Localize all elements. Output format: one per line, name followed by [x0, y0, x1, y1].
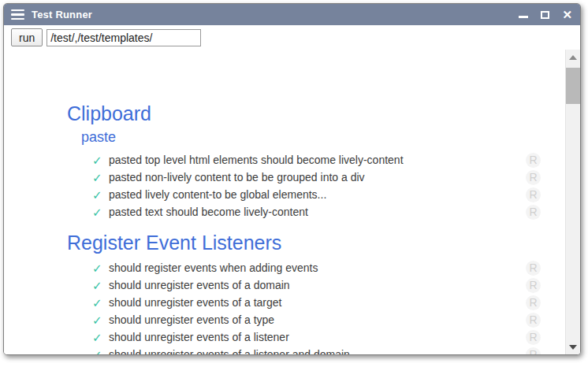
- section-title: Clipboard: [4, 102, 580, 126]
- check-icon: ✓: [92, 349, 109, 355]
- title-bar: Test Runner ✕: [4, 4, 580, 25]
- scroll-down-icon[interactable]: [566, 341, 580, 354]
- test-row: ✓pasted lively content-to be global elem…: [4, 186, 580, 203]
- test-label: should unregister events of a domain: [109, 279, 526, 291]
- check-icon: ✓: [92, 332, 109, 343]
- rerun-button[interactable]: R: [526, 170, 541, 185]
- rerun-button[interactable]: R: [526, 347, 541, 355]
- test-label: should unregister events of a type: [109, 313, 526, 326]
- test-row: ✓should unregister events of a domainR: [4, 276, 580, 294]
- rerun-button[interactable]: R: [526, 205, 541, 220]
- test-label: pasted top level html elements should be…: [109, 154, 526, 166]
- check-icon: ✓: [92, 189, 109, 201]
- test-row: ✓pasted text should become lively-conten…: [4, 203, 580, 221]
- check-icon: ✓: [92, 154, 109, 166]
- scroll-up-icon[interactable]: [566, 50, 580, 63]
- test-label: pasted lively content-to be global eleme…: [109, 188, 526, 201]
- test-row: ✓should unregister events of a typeR: [4, 311, 580, 328]
- section-subtitle: paste: [4, 128, 580, 147]
- test-label: pasted non-lively content to be be group…: [109, 171, 526, 184]
- check-icon: ✓: [92, 262, 109, 274]
- rerun-button[interactable]: R: [526, 153, 541, 168]
- rerun-button[interactable]: R: [526, 278, 541, 293]
- maximize-icon[interactable]: [541, 9, 549, 20]
- test-label: pasted text should become lively-content: [109, 206, 526, 218]
- run-button[interactable]: run: [11, 28, 43, 46]
- test-path-input[interactable]: [47, 29, 201, 46]
- test-label: should unregister events of a listener: [109, 331, 526, 343]
- test-row: ✓should unregister events of a listenerR: [4, 328, 580, 346]
- test-row: ✓should unregister events of a listener …: [4, 346, 580, 354]
- test-row: ✓should register events when adding even…: [4, 259, 580, 276]
- hamburger-menu-icon[interactable]: [11, 9, 24, 20]
- test-list: ✓should register events when adding even…: [4, 259, 580, 354]
- section-title: Register Event Listeners: [4, 231, 580, 255]
- check-icon: ✓: [92, 297, 109, 309]
- test-section: Register Event Listeners✓should register…: [4, 231, 580, 354]
- rerun-button[interactable]: R: [526, 295, 541, 310]
- test-list: ✓pasted top level html elements should b…: [4, 151, 580, 221]
- check-icon: ✓: [92, 280, 109, 291]
- window-title: Test Runner: [32, 9, 92, 20]
- rerun-button[interactable]: R: [526, 187, 541, 202]
- check-icon: ✓: [92, 314, 109, 326]
- check-icon: ✓: [92, 172, 109, 184]
- toolbar: run: [4, 25, 580, 50]
- window-controls: ✕: [519, 9, 572, 20]
- test-row: ✓should unregister events of a targetR: [4, 294, 580, 311]
- test-row: ✓pasted top level html elements should b…: [4, 151, 580, 169]
- test-row: ✓pasted non-lively content to be be grou…: [4, 169, 580, 186]
- test-label: should register events when adding event…: [109, 261, 526, 274]
- scrollbar[interactable]: [565, 50, 580, 354]
- scroll-thumb[interactable]: [566, 68, 580, 104]
- content-area: Clipboardpaste✓pasted top level html ele…: [4, 50, 580, 354]
- test-label: should unregister events of a target: [109, 296, 526, 309]
- test-label: should unregister events of a listener a…: [109, 348, 526, 354]
- rerun-button[interactable]: R: [526, 330, 541, 345]
- rerun-button[interactable]: R: [526, 313, 541, 328]
- minimize-icon[interactable]: [519, 9, 528, 20]
- test-section: Clipboardpaste✓pasted top level html ele…: [4, 102, 580, 221]
- test-runner-window: Test Runner ✕ run Clipboardpaste✓pasted …: [3, 3, 581, 355]
- close-icon[interactable]: ✕: [562, 9, 572, 20]
- test-results: Clipboardpaste✓pasted top level html ele…: [4, 50, 580, 354]
- check-icon: ✓: [92, 206, 109, 218]
- rerun-button[interactable]: R: [526, 261, 541, 276]
